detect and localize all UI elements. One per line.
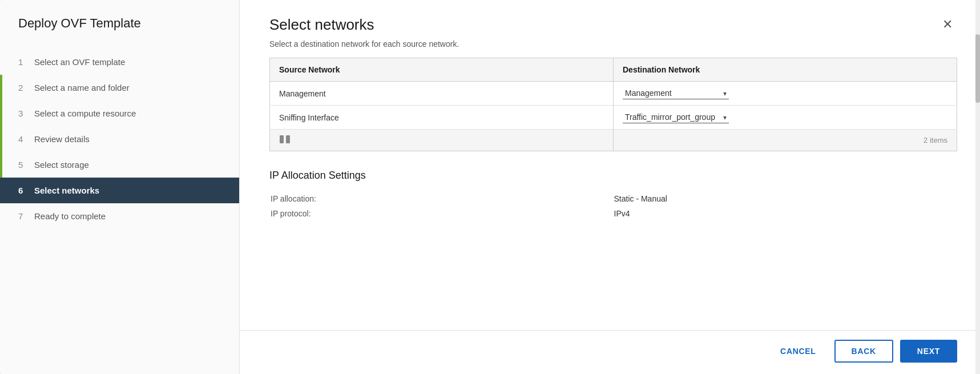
step5-label: Select storage [34,160,89,170]
ip-protocol-row: IP protocol: IPv4 [271,207,956,220]
ip-allocation-row: IP allocation: Static - Manual [271,192,956,206]
dialog-title: Deploy OVF Template [0,0,239,45]
main-body: Source Network Destination Network Manag… [240,58,980,330]
sidebar-item-step2[interactable]: 2 Select a name and folder [0,75,239,100]
destination-select-wrapper-sniffing: Management Traffic_mirror_port_group VM … [623,111,729,123]
back-button[interactable]: BACK [834,340,893,363]
main-subtitle: Select a destination network for each so… [240,39,980,58]
main-content: Select networks ✕ Select a destination n… [240,0,980,374]
col-destination-header: Destination Network [614,58,957,82]
step4-label: Review details [34,134,90,144]
main-title: Select networks [269,16,374,34]
step7-number: 7 [18,211,27,221]
ip-allocation-value: Static - Manual [614,192,957,206]
destination-network-select-sniffing[interactable]: Management Traffic_mirror_port_group VM … [623,111,729,123]
cancel-button[interactable]: CANCEL [769,341,828,361]
step7-label: Ready to complete [34,211,106,221]
main-header: Select networks ✕ [240,0,980,39]
sidebar: Deploy OVF Template 1 Select an OVF temp… [0,0,240,374]
dialog-footer: CANCEL BACK NEXT [240,330,980,374]
close-button[interactable]: ✕ [938,16,957,33]
step6-number: 6 [18,186,27,195]
table-footer-columns [270,130,614,151]
step1-number: 1 [18,57,27,67]
sidebar-item-step7[interactable]: 7 Ready to complete [0,203,239,229]
source-network-sniffing: Sniffing Interface [270,106,614,130]
source-network-management: Management [270,82,614,106]
network-table: Source Network Destination Network Manag… [269,58,957,151]
scrollbar-track[interactable] [975,0,980,374]
sidebar-item-step6[interactable]: 6 Select networks [0,178,239,203]
steps-list: 1 Select an OVF template 2 Select a name… [0,49,239,229]
step6-label: Select networks [34,186,99,195]
items-count: 2 items [614,130,957,151]
columns-icon [279,135,291,143]
destination-select-wrapper-management: Management Traffic_mirror_port_group VM … [623,87,729,99]
step4-number: 4 [18,134,27,144]
table-header-row: Source Network Destination Network [270,58,957,82]
col-source-header: Source Network [270,58,614,82]
destination-cell-management: Management Traffic_mirror_port_group VM … [614,82,957,106]
step3-number: 3 [18,108,27,118]
ip-allocation-table: IP allocation: Static - Manual IP protoc… [269,191,957,222]
ip-allocation-label: IP allocation: [271,192,613,206]
ip-allocation-section-title: IP Allocation Settings [269,170,957,182]
sidebar-item-step3[interactable]: 3 Select a compute resource [0,100,239,126]
step2-label: Select a name and folder [34,83,130,93]
ip-protocol-label: IP protocol: [271,207,613,220]
step2-number: 2 [18,83,27,93]
col-bar-1 [280,135,284,143]
table-row: Management Management Traffic_mirror_por… [270,82,957,106]
table-row: Sniffing Interface Management Traffic_mi… [270,106,957,130]
ip-allocation-section: IP Allocation Settings IP allocation: St… [269,170,957,222]
sidebar-item-step1[interactable]: 1 Select an OVF template [0,49,239,75]
table-footer-row: 2 items [270,130,957,151]
destination-network-select-management[interactable]: Management Traffic_mirror_port_group VM … [623,87,729,99]
step5-number: 5 [18,160,27,170]
sidebar-item-step4[interactable]: 4 Review details [0,126,239,152]
destination-cell-sniffing: Management Traffic_mirror_port_group VM … [614,106,957,130]
sidebar-item-step5[interactable]: 5 Select storage [0,152,239,178]
next-button[interactable]: NEXT [900,340,957,363]
col-bar-2 [286,135,290,143]
scrollbar-thumb[interactable] [975,34,980,103]
ip-protocol-value: IPv4 [614,207,957,220]
step1-label: Select an OVF template [34,57,125,67]
deploy-ovf-dialog: Deploy OVF Template 1 Select an OVF temp… [0,0,980,374]
step3-label: Select a compute resource [34,108,136,118]
